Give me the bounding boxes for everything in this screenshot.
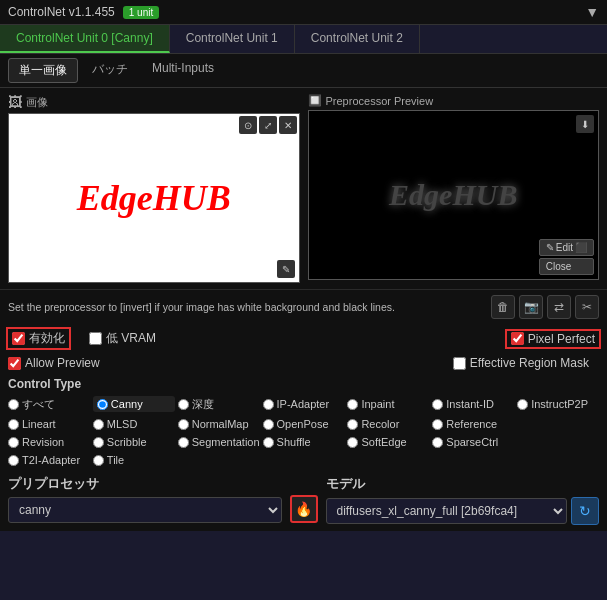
radio-grid-row4: T2I-Adapter Tile bbox=[0, 451, 607, 469]
effective-region-checkbox[interactable]: Effective Region Mask bbox=[453, 356, 599, 370]
radio-shuffle[interactable]: Shuffle bbox=[263, 436, 345, 448]
trash-icon-btn[interactable]: 🗑 bbox=[491, 295, 515, 319]
checkboxes-row2: Allow Preview Effective Region Mask bbox=[0, 353, 607, 373]
hint-bar: Set the preprocessor to [invert] if your… bbox=[0, 289, 607, 324]
pixel-perfect-checkbox[interactable]: Pixel Perfect bbox=[507, 331, 599, 347]
image-close-btn[interactable]: ✕ bbox=[279, 116, 297, 134]
image-circle-btn[interactable]: ⊙ bbox=[239, 116, 257, 134]
radio-reference[interactable]: Reference bbox=[432, 418, 514, 430]
radio-all-input[interactable] bbox=[8, 399, 19, 410]
edit-indicator: ⬛ bbox=[575, 242, 587, 253]
radio-revision-input[interactable] bbox=[8, 437, 19, 448]
radio-canny[interactable]: Canny bbox=[93, 396, 175, 412]
radio-instant-input[interactable] bbox=[432, 399, 443, 410]
radio-revision[interactable]: Revision bbox=[8, 436, 90, 448]
radio-normal-input[interactable] bbox=[178, 419, 189, 430]
radio-scribble-input[interactable] bbox=[93, 437, 104, 448]
radio-depth-input[interactable] bbox=[178, 399, 189, 410]
collapse-icon[interactable]: ▼ bbox=[585, 4, 599, 20]
enabled-input[interactable] bbox=[12, 332, 25, 345]
radio-normalmap[interactable]: NormalMap bbox=[178, 418, 260, 430]
allow-preview-checkbox[interactable]: Allow Preview bbox=[8, 356, 100, 370]
app-title: ControlNet v1.1.455 bbox=[8, 5, 115, 19]
radio-recolor-input[interactable] bbox=[347, 419, 358, 430]
radio-tile-input[interactable] bbox=[93, 455, 104, 466]
preprocessor-select[interactable]: canny bbox=[8, 497, 282, 523]
radio-lineart-label: Lineart bbox=[22, 418, 56, 430]
radio-inpaint[interactable]: Inpaint bbox=[347, 396, 429, 412]
control-type-label: Control Type bbox=[0, 373, 607, 393]
radio-scribble[interactable]: Scribble bbox=[93, 436, 175, 448]
image-canvas[interactable]: ⊙ ⤢ ✕ EdgeHUB ✎ bbox=[8, 113, 300, 283]
radio-t2i[interactable]: T2I-Adapter bbox=[8, 454, 90, 466]
radio-mlsd-input[interactable] bbox=[93, 419, 104, 430]
radio-tile[interactable]: Tile bbox=[93, 454, 175, 466]
radio-lineart[interactable]: Lineart bbox=[8, 418, 90, 430]
radio-scribble-label: Scribble bbox=[107, 436, 147, 448]
radio-ip-adapter[interactable]: IP-Adapter bbox=[263, 396, 345, 412]
radio-shuffle-input[interactable] bbox=[263, 437, 274, 448]
image-expand-btn[interactable]: ⤢ bbox=[259, 116, 277, 134]
radio-inpaint-label: Inpaint bbox=[361, 398, 394, 410]
image-arrow-btn[interactable]: ✎ bbox=[277, 260, 295, 278]
image-icon: 🖼 bbox=[8, 94, 22, 110]
subtab-multi[interactable]: Multi-Inputs bbox=[142, 58, 224, 83]
radio-reference-input[interactable] bbox=[432, 419, 443, 430]
tab-unit2[interactable]: ControlNet Unit 2 bbox=[295, 25, 420, 53]
download-icon[interactable]: ⬇ bbox=[576, 115, 594, 133]
radio-softedge[interactable]: SoftEdge bbox=[347, 436, 429, 448]
pixel-perfect-input[interactable] bbox=[511, 332, 524, 345]
radio-ip-input[interactable] bbox=[263, 399, 274, 410]
subtab-batch[interactable]: バッチ bbox=[82, 58, 138, 83]
pixel-perfect-label: Pixel Perfect bbox=[528, 332, 595, 346]
camera-icon-btn[interactable]: 📷 bbox=[519, 295, 543, 319]
checkboxes-row1: 有効化 低 VRAM Pixel Perfect bbox=[0, 324, 607, 353]
radio-recolor-label: Recolor bbox=[361, 418, 399, 430]
preprocessor-select-row: canny bbox=[8, 497, 282, 523]
radio-all[interactable]: すべて bbox=[8, 396, 90, 412]
radio-instruct[interactable]: InstructP2P bbox=[517, 396, 599, 412]
radio-grid-row2: Lineart MLSD NormalMap OpenPose Recolor … bbox=[0, 415, 607, 433]
radio-recolor[interactable]: Recolor bbox=[347, 418, 429, 430]
effective-region-input[interactable] bbox=[453, 357, 466, 370]
image-content-text: EdgeHUB bbox=[77, 177, 231, 219]
preview-panel: 🔲 Preprocessor Preview ⬇ EdgeHUB ✎ Edit … bbox=[308, 94, 600, 283]
allow-preview-input[interactable] bbox=[8, 357, 21, 370]
radio-sparse-input[interactable] bbox=[432, 437, 443, 448]
radio-openpose-input[interactable] bbox=[263, 419, 274, 430]
radio-depth[interactable]: 深度 bbox=[178, 396, 260, 412]
refresh-button[interactable]: ↻ bbox=[571, 497, 599, 525]
crop-icon-btn[interactable]: ✂ bbox=[575, 295, 599, 319]
enabled-checkbox[interactable]: 有効化 bbox=[8, 329, 69, 348]
low-vram-checkbox[interactable]: 低 VRAM bbox=[89, 330, 156, 347]
radio-inpaint-input[interactable] bbox=[347, 399, 358, 410]
radio-openpose[interactable]: OpenPose bbox=[263, 418, 345, 430]
model-select[interactable]: diffusers_xl_canny_full [2b69fca4] bbox=[326, 498, 568, 524]
radio-shuffle-label: Shuffle bbox=[277, 436, 311, 448]
radio-instruct-input[interactable] bbox=[517, 399, 528, 410]
swap-icon-btn[interactable]: ⇄ bbox=[547, 295, 571, 319]
low-vram-input[interactable] bbox=[89, 332, 102, 345]
edit-button[interactable]: ✎ Edit ⬛ bbox=[539, 239, 594, 256]
radio-seg-input[interactable] bbox=[178, 437, 189, 448]
radio-segmentation[interactable]: Segmentation bbox=[178, 436, 260, 448]
tab-unit1[interactable]: ControlNet Unit 1 bbox=[170, 25, 295, 53]
radio-depth-label: 深度 bbox=[192, 397, 214, 412]
radio-softedge-input[interactable] bbox=[347, 437, 358, 448]
edit-icon: ✎ bbox=[546, 242, 554, 253]
radio-mlsd[interactable]: MLSD bbox=[93, 418, 175, 430]
hint-icons: 🗑 📷 ⇄ ✂ bbox=[491, 295, 599, 319]
radio-ip-label: IP-Adapter bbox=[277, 398, 330, 410]
tab-canny[interactable]: ControlNet Unit 0 [Canny] bbox=[0, 25, 170, 53]
subtab-single[interactable]: 単一画像 bbox=[8, 58, 78, 83]
radio-lineart-input[interactable] bbox=[8, 419, 19, 430]
radio-instant-id[interactable]: Instant-ID bbox=[432, 396, 514, 412]
radio-canny-label: Canny bbox=[111, 398, 143, 410]
close-button[interactable]: Close bbox=[539, 258, 594, 275]
image-arrow: ✎ bbox=[277, 260, 295, 278]
preview-download-btn[interactable]: ⬇ bbox=[576, 115, 594, 133]
radio-canny-input[interactable] bbox=[97, 399, 108, 410]
flame-button[interactable]: 🔥 bbox=[290, 495, 318, 523]
radio-sparsectrl[interactable]: SparseCtrl bbox=[432, 436, 514, 448]
radio-t2i-input[interactable] bbox=[8, 455, 19, 466]
